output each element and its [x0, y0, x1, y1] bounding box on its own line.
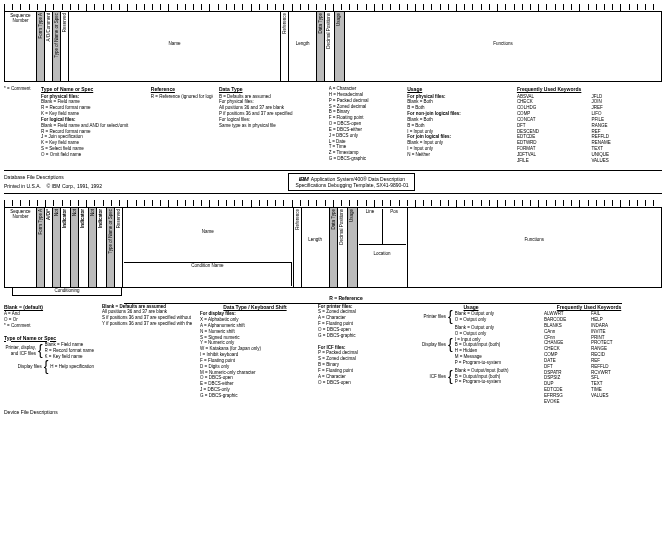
ns-title: Type of Name or Spec: [41, 86, 145, 93]
list-item: G = DBCS-graphic: [329, 156, 402, 162]
b-formtype: Form Type A: [38, 209, 43, 234]
b-dt: Data Type: [331, 209, 336, 229]
b-aoc: A/O/*: [46, 209, 51, 220]
dt-title: Data Type: [219, 86, 323, 93]
list-item: N = Neither: [407, 152, 511, 158]
list-item: O = DBCS-open: [318, 380, 398, 386]
ruler-top: [4, 4, 662, 12]
printed: Printed in U.S.A.: [4, 183, 41, 189]
col-dt: Data Type: [318, 13, 323, 33]
b-line: Line: [359, 209, 383, 244]
rref: R = Reference: [323, 295, 369, 301]
list-item: K = Key field name: [45, 354, 94, 360]
col-len: Length: [290, 41, 315, 46]
title-band: Database File Descriptions Printed in U.…: [4, 170, 662, 194]
list-item: P = Program-to-system: [455, 360, 501, 366]
b-ind1: Indicator: [62, 209, 67, 228]
col-dp: Decimal Positions: [326, 13, 331, 49]
corp: © IBM Corp., 1991, 1992: [47, 183, 102, 189]
list-item: R = Reference (ignored for logical file): [151, 94, 213, 100]
spec-row-db: Sequence Number Form Type A A/O/Comment …: [4, 12, 662, 82]
col-ref: Reference: [282, 13, 287, 34]
list-item: EVOKE: [544, 399, 587, 405]
b-conditioning: Conditioning: [12, 288, 122, 296]
b-func: Functions: [409, 237, 660, 242]
col-seq: Sequence Number: [6, 13, 35, 23]
kw-title: Frequently Used Keywords: [517, 86, 662, 93]
b-ind2: Indicator: [80, 209, 85, 228]
b-not2: Not: [72, 209, 77, 216]
b-ind3: Indicator: [98, 209, 103, 228]
b-condname: Condition Name: [124, 263, 292, 286]
b-seq: Sequence Number: [6, 209, 35, 219]
list-item: O = Omit field name: [41, 152, 145, 158]
b-namespec: Type of Name or Spec: [108, 209, 113, 254]
b-loc: Location: [359, 245, 406, 286]
b-not3: Not: [90, 209, 95, 216]
ref-title: Reference: [151, 86, 213, 93]
col-aoc: A/O/Comment: [46, 13, 51, 42]
list-item: Same type as in physical file: [219, 123, 323, 129]
spec-row-dev: Sequence Number Form Type A A/O/* Not In…: [4, 208, 662, 288]
band-left: Database File Descriptions: [4, 174, 102, 180]
b-use: Usage: [349, 209, 354, 222]
col-formtype: Form Type A: [38, 13, 43, 38]
list-item: VALUES: [591, 158, 662, 164]
b-len: Length: [303, 237, 328, 242]
legend-db: * = Comment Type of Name or Spec For phy…: [4, 86, 662, 164]
ref-connector: R = Reference: [124, 298, 622, 304]
band-title2: Specifications Debugging Template, SX41-…: [295, 182, 408, 188]
list-item: Y if positions 36 and 37 are specified w…: [102, 321, 192, 327]
list-item: O = Output only: [455, 317, 494, 323]
b-dp: Decimal Positions: [339, 209, 344, 245]
list-item: P = Program-to-system: [455, 379, 509, 385]
list-item: * = Comment: [4, 323, 94, 329]
list-item: G = DBCS-graphic: [318, 333, 398, 339]
col-reserved: Reserved: [62, 13, 67, 32]
col-use: Usage: [336, 13, 341, 26]
b-name: Name: [124, 209, 292, 262]
b-not1: Not: [54, 209, 59, 216]
col-namespec: Type of Name or Spec: [54, 13, 59, 58]
use-title: Usage: [407, 86, 511, 93]
b-ref: Reference: [295, 209, 300, 230]
list-item: H = Help specification: [50, 364, 94, 370]
list-item: G = DBCS-graphic: [200, 393, 310, 399]
b-reserved: Reserved: [116, 209, 121, 228]
ruler-bottom: [4, 200, 662, 208]
footer: Device File Descriptions: [4, 409, 662, 415]
list-item: JFILE: [517, 158, 588, 164]
col-name: Name: [70, 41, 279, 46]
comment-note: * = Comment: [4, 86, 35, 92]
col-func: Functions: [346, 41, 660, 46]
b-pos: Pos: [383, 209, 406, 244]
list-item: [591, 399, 634, 405]
legend-dev: Blank = (default) A = AndO = Or* = Comme…: [4, 304, 662, 405]
